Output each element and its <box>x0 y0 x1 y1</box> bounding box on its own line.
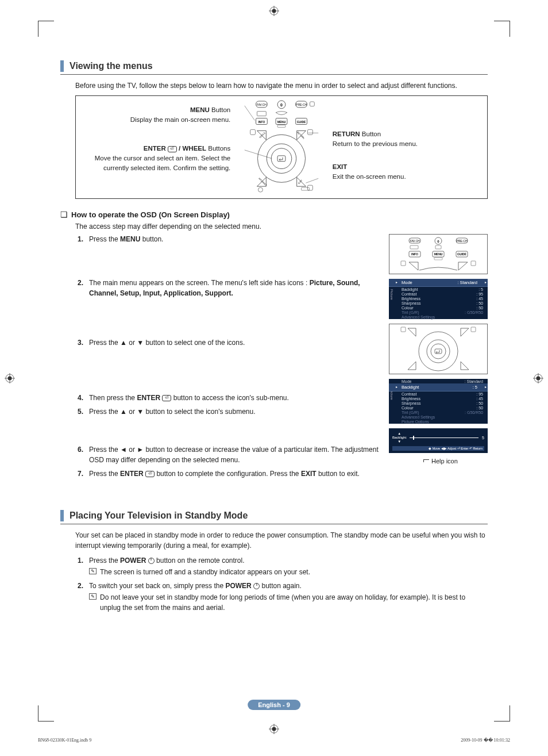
svg-rect-54 <box>410 245 418 249</box>
remote-illustration: FAV.CH 0 PRE-CH INFO MENU GUIDE <box>244 99 319 195</box>
svg-text:MENU: MENU <box>277 121 286 124</box>
registration-mark-icon <box>269 724 279 734</box>
svg-line-47 <box>306 178 318 183</box>
svg-point-40 <box>258 187 263 192</box>
section-title-standby: Placing Your Television in Standby Mode <box>60 510 488 524</box>
svg-text:PRE-CH: PRE-CH <box>296 103 307 106</box>
help-icon-caption: Help icon <box>423 458 488 465</box>
svg-text:0: 0 <box>437 240 439 243</box>
svg-rect-22 <box>310 102 314 106</box>
svg-text:TOOLS: TOOLS <box>258 131 266 139</box>
svg-point-68 <box>427 340 450 363</box>
svg-point-67 <box>419 332 458 371</box>
crop-corner-icon <box>494 705 510 722</box>
svg-rect-70 <box>435 349 442 354</box>
page-number: English - 9 <box>248 700 300 710</box>
bullet-icon: ❏ <box>60 210 68 218</box>
note-icon: ✎ <box>89 568 97 574</box>
crop-corner-icon <box>38 705 54 722</box>
note-icon: ✎ <box>89 593 97 600</box>
svg-rect-60 <box>434 258 442 260</box>
svg-text:INFO: INFO <box>411 252 418 256</box>
enter-icon: ⏎ <box>162 395 171 401</box>
svg-line-45 <box>245 150 272 159</box>
crop-corner-icon <box>38 21 54 37</box>
svg-point-37 <box>271 148 292 169</box>
crop-corner-icon <box>494 21 510 37</box>
svg-text:GUIDE: GUIDE <box>297 121 306 124</box>
svg-rect-23 <box>257 112 266 116</box>
intro-text: Before using the TV, follow the steps be… <box>75 80 488 91</box>
figure-backlight-slider: ▲ Backlight ▼ 5 ◆ Move ◀▶ Adjust ⏎ Enter… <box>389 428 488 453</box>
heading-viewing: Viewing the menus <box>70 61 153 71</box>
figure-remote-wheel <box>389 324 488 374</box>
figure-picture-menu-backlight: Picture Mode: Standard Backlight: 5 Cont… <box>389 379 488 424</box>
svg-text:EXIT: EXIT <box>298 179 303 185</box>
svg-rect-31 <box>250 129 256 135</box>
remote-diagram: MENU Button Display the main on-screen m… <box>75 95 488 199</box>
svg-text:0: 0 <box>280 103 283 107</box>
svg-point-35 <box>257 135 305 182</box>
svg-rect-32 <box>307 129 312 135</box>
svg-text:RETURN: RETURN <box>296 131 305 140</box>
svg-text:MENU: MENU <box>434 252 443 256</box>
footer-filename: BN68-02330K-01Eng.indb 9 <box>38 738 91 743</box>
svg-rect-28 <box>277 125 285 127</box>
section-title-viewing: Viewing the menus <box>60 60 488 75</box>
registration-mark-icon <box>5 373 15 383</box>
svg-rect-38 <box>277 156 285 162</box>
footer-timestamp: 2009-10-09 �� 10:01:32 <box>461 738 510 743</box>
svg-point-69 <box>431 344 446 359</box>
svg-rect-43 <box>307 185 312 190</box>
svg-text:FAV.CH: FAV.CH <box>410 239 420 243</box>
heading-standby: Placing Your Television in Standby Mode <box>70 511 248 521</box>
power-icon <box>253 583 260 589</box>
svg-text:FAV.CH: FAV.CH <box>257 103 267 106</box>
osd-heading: How to operate the OSD (On Screen Displa… <box>71 210 230 219</box>
svg-text:GUIDE: GUIDE <box>457 252 467 256</box>
registration-mark-icon <box>269 6 279 16</box>
figure-remote-top: FAV.CH 0 PRE-CH INFO MENU GUIDE <box>389 234 488 274</box>
svg-rect-55 <box>435 245 441 249</box>
svg-text:INFO: INFO <box>258 121 265 124</box>
power-icon <box>148 558 155 564</box>
figure-picture-menu-mode: Picture Mode: Standard Backlight: 5 Cont… <box>389 279 488 319</box>
svg-text:PRE-CH: PRE-CH <box>456 239 468 243</box>
osd-access-text: The access step may differ depending on … <box>75 222 488 231</box>
standby-intro: Your set can be placed in standby mode i… <box>75 530 488 551</box>
svg-rect-42 <box>302 187 310 190</box>
enter-icon: ⏎ <box>168 146 177 152</box>
registration-mark-icon <box>533 373 543 383</box>
svg-rect-65 <box>401 327 406 332</box>
svg-rect-63 <box>401 261 406 266</box>
enter-icon: ⏎ <box>145 471 155 477</box>
svg-rect-64 <box>471 261 476 266</box>
svg-rect-66 <box>471 327 476 332</box>
svg-line-44 <box>245 106 255 121</box>
